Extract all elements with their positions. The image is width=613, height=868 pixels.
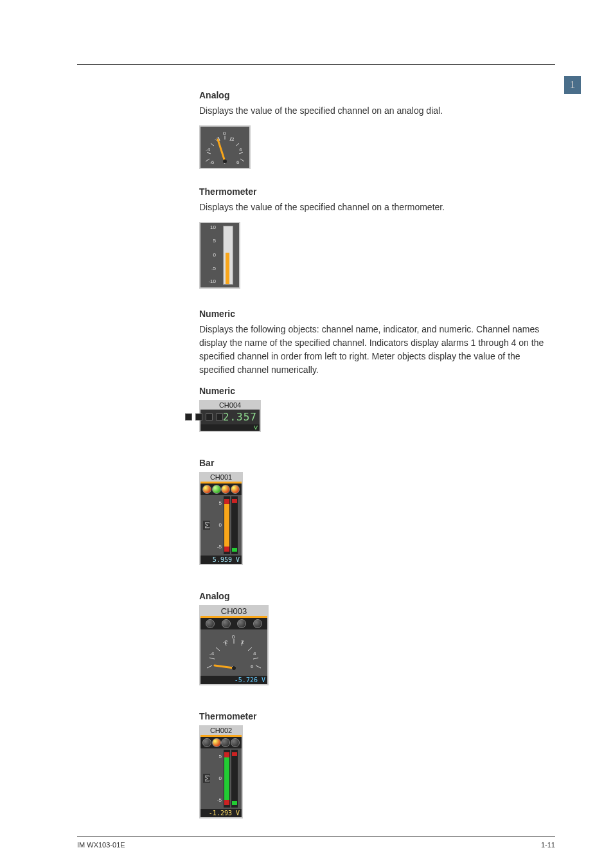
svg-line-1 (207, 152, 211, 154)
lcd-value: 2.357 (223, 411, 257, 423)
header-rule (77, 64, 555, 65)
thermo-heading: Thermometer (199, 186, 555, 197)
svg-text:2: 2 (231, 136, 235, 142)
numeric-panel-figure: CH004 2.357 V (199, 400, 261, 432)
svg-text:4: 4 (253, 651, 256, 656)
svg-line-25 (248, 647, 252, 651)
svg-line-8 (240, 159, 244, 161)
svg-text:0: 0 (232, 634, 235, 640)
svg-line-26 (253, 658, 258, 659)
bar-heading: Bar (199, 458, 555, 468)
chan-title: CH004 (200, 401, 260, 410)
analog-dial-figure: 0 -4 4 -2 2 -6 6 V (199, 125, 251, 169)
svg-line-2 (211, 143, 214, 146)
svg-text:-6: -6 (209, 159, 215, 165)
svg-line-27 (256, 665, 261, 668)
svg-text:4: 4 (239, 147, 242, 152)
svg-line-7 (239, 152, 243, 154)
numeric-sub: Numeric (199, 386, 555, 396)
thermo-panel-figure: CH002 [V] 5 0 -5 -1.293 V (199, 725, 243, 818)
alarm-lamp-3 (221, 485, 230, 494)
unit-label: V (200, 424, 260, 431)
alarm-lamp-4 (231, 485, 240, 494)
numeric-desc: Displays the following objects: channel … (199, 323, 555, 377)
page-footer: IM WX103-01E 1-11 (77, 836, 555, 849)
svg-line-19 (207, 665, 212, 668)
thermometer-figure: 10 5 0 -5 -10 (199, 222, 240, 289)
alarm-lamp-1 (202, 485, 211, 494)
section-number: 1 (570, 78, 576, 91)
svg-line-17 (218, 140, 225, 161)
bar-panel-figure: CH001 [V] 5 0 -5 5.959 V (199, 472, 243, 565)
svg-text:-4: -4 (209, 651, 215, 656)
numeric-heading: Numeric (199, 309, 555, 319)
thermo-desc: Displays the value of the specified chan… (199, 201, 555, 214)
footer-doc-id: IM WX103-01E (77, 841, 125, 849)
analog-desc: Displays the value of the specified chan… (199, 104, 555, 118)
analog-heading: Analog (199, 90, 555, 100)
svg-text:0: 0 (223, 131, 226, 136)
thermo-alarm-heading: Thermometer (199, 711, 555, 721)
dial-panel-figure: CH003 0 -2 2 -4 4 6 V (199, 605, 269, 685)
svg-text:6: 6 (236, 159, 240, 165)
svg-line-6 (236, 143, 239, 146)
svg-text:-2: -2 (223, 639, 228, 645)
svg-point-36 (232, 666, 236, 670)
svg-line-21 (216, 647, 220, 651)
svg-text:2: 2 (241, 639, 244, 645)
alarm-lamp-2 (212, 485, 221, 494)
footer-page: 1-11 (541, 841, 555, 849)
svg-point-18 (223, 159, 227, 163)
svg-text:6: 6 (251, 664, 254, 669)
svg-line-20 (209, 658, 215, 659)
analog-alarm-heading: Analog (199, 591, 555, 601)
section-tab: 1 (564, 76, 581, 94)
thermometer-tube (223, 226, 233, 285)
svg-line-35 (215, 665, 234, 668)
svg-text:-4: -4 (206, 147, 211, 152)
